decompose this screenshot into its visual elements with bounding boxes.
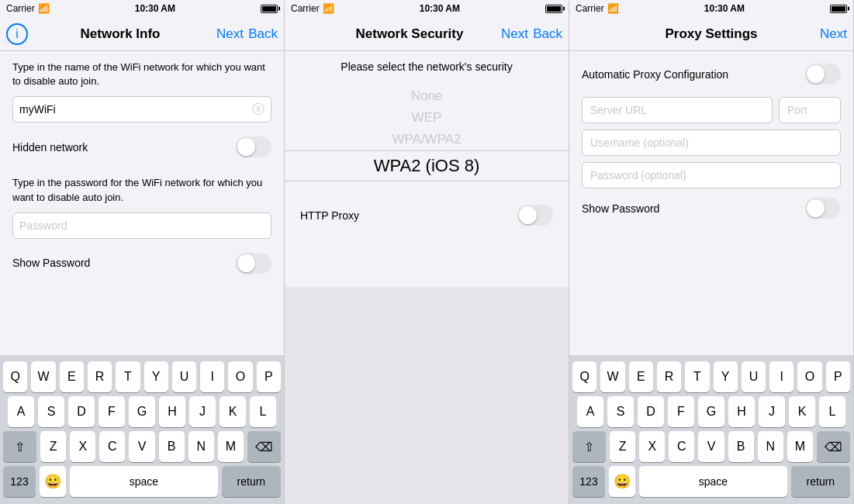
security-option-wpawpa2[interactable]: WPA/WPA2	[285, 129, 569, 150]
key-U[interactable]: U	[172, 361, 196, 392]
key-3-H[interactable]: H	[728, 396, 755, 427]
key-B[interactable]: B	[159, 431, 185, 462]
key-M[interactable]: M	[218, 431, 244, 462]
key-3-B[interactable]: B	[728, 431, 754, 462]
key-space[interactable]: space	[70, 466, 218, 497]
server-url-row	[582, 97, 841, 123]
back-btn-1[interactable]: Back	[247, 26, 278, 42]
key-I[interactable]: I	[200, 361, 224, 392]
key-Q[interactable]: Q	[3, 361, 27, 392]
auto-proxy-toggle[interactable]	[805, 64, 841, 85]
key-3-U[interactable]: U	[742, 361, 766, 392]
key-3-V[interactable]: V	[698, 431, 724, 462]
key-E[interactable]: E	[60, 361, 84, 392]
show-password-toggle-1[interactable]	[236, 253, 271, 274]
back-btn-2[interactable]: Back	[531, 26, 562, 42]
key-3-O[interactable]: O	[797, 361, 821, 392]
show-password-toggle-3[interactable]	[805, 198, 841, 219]
key-T[interactable]: T	[116, 361, 140, 392]
key-K[interactable]: K	[220, 396, 246, 427]
key-3-L[interactable]: L	[819, 396, 845, 427]
key-3-shift[interactable]: ⇧	[572, 431, 606, 462]
key-3-F[interactable]: F	[668, 396, 694, 427]
proxy-password-input[interactable]	[582, 162, 841, 188]
key-O[interactable]: O	[228, 361, 252, 392]
key-3-backspace[interactable]: ⌫	[817, 431, 850, 462]
key-S[interactable]: S	[38, 396, 64, 427]
key-G[interactable]: G	[129, 396, 155, 427]
security-option-wpa2[interactable]: WPA2 (iOS 8)	[285, 150, 569, 181]
key-L[interactable]: L	[250, 396, 276, 427]
nav-bar-3: Proxy Settings Next	[569, 17, 853, 51]
key-Z[interactable]: Z	[40, 431, 66, 462]
key-3-N[interactable]: N	[758, 431, 783, 462]
key-3-return[interactable]: return	[791, 466, 850, 497]
key-3-T[interactable]: T	[685, 361, 709, 392]
key-3-space[interactable]: space	[639, 466, 787, 497]
info-icon[interactable]: i	[6, 23, 28, 45]
key-3-num[interactable]: 123	[572, 466, 605, 497]
key-3-R[interactable]: R	[657, 361, 681, 392]
key-D[interactable]: D	[68, 396, 95, 427]
content-3: Automatic Proxy Configuration Show Passw…	[569, 51, 853, 355]
key-3-Y[interactable]: Y	[714, 361, 738, 392]
next-btn-3[interactable]: Next	[816, 26, 847, 42]
key-A[interactable]: A	[8, 396, 34, 427]
key-3-Z[interactable]: Z	[610, 431, 635, 462]
key-F[interactable]: F	[99, 396, 125, 427]
key-3-E[interactable]: E	[629, 361, 653, 392]
key-W[interactable]: W	[31, 361, 55, 392]
key-backspace[interactable]: ⌫	[247, 431, 281, 462]
key-num[interactable]: 123	[3, 466, 36, 497]
carrier-label-2: Carrier	[291, 3, 320, 14]
key-3-Q[interactable]: Q	[572, 361, 596, 392]
wifi-name-input[interactable]	[19, 103, 252, 116]
key-J[interactable]: J	[189, 396, 216, 427]
key-3-emoji[interactable]: 😀	[609, 466, 635, 497]
key-emoji[interactable]: 😀	[40, 466, 66, 497]
key-3-P[interactable]: P	[826, 361, 850, 392]
key-3-X[interactable]: X	[639, 431, 665, 462]
http-proxy-toggle[interactable]	[517, 205, 553, 226]
key-3-S[interactable]: S	[607, 396, 634, 427]
security-option-wep[interactable]: WEP	[285, 107, 569, 129]
wifi-name-input-row: ⓧ	[12, 96, 271, 123]
next-btn-2[interactable]: Next	[497, 26, 528, 42]
hidden-network-toggle[interactable]	[236, 136, 271, 157]
key-3-C[interactable]: C	[669, 431, 694, 462]
key-3-M[interactable]: M	[787, 431, 813, 462]
username-input[interactable]	[582, 129, 841, 156]
content-1: Type in the name of the WiFi network for…	[0, 51, 284, 355]
key-return[interactable]: return	[222, 466, 281, 497]
key-3-K[interactable]: K	[789, 396, 815, 427]
key-3-A[interactable]: A	[577, 396, 603, 427]
next-btn-1[interactable]: Next	[213, 26, 244, 42]
key-3-I[interactable]: I	[769, 361, 793, 392]
password-input[interactable]	[19, 219, 264, 232]
key-3-G[interactable]: G	[698, 396, 724, 427]
key-row-3: ⇧ Z X C V B N M ⌫	[3, 431, 281, 462]
clear-icon[interactable]: ⓧ	[252, 103, 264, 116]
key-3-D[interactable]: D	[638, 396, 664, 427]
key-C[interactable]: C	[99, 431, 125, 462]
key-R[interactable]: R	[88, 361, 112, 392]
desc-2: Type in the password for the WiFi networ…	[12, 176, 271, 204]
key-V[interactable]: V	[129, 431, 154, 462]
security-option-none[interactable]: None	[285, 85, 569, 107]
status-bar-3: Carrier 📶 10:30 AM	[569, 0, 853, 17]
key-X[interactable]: X	[70, 431, 95, 462]
keyboard-1: Q W E R T Y U I O P A S D F G H J K L ⇧ …	[0, 355, 284, 504]
key-3-J[interactable]: J	[759, 396, 785, 427]
server-url-input[interactable]	[582, 97, 773, 123]
battery-icon-2	[545, 5, 562, 13]
key-P[interactable]: P	[257, 361, 281, 392]
key-H[interactable]: H	[159, 396, 185, 427]
key-3-W[interactable]: W	[600, 361, 624, 392]
battery-icon-3	[830, 5, 847, 13]
port-input[interactable]	[779, 97, 841, 123]
key-N[interactable]: N	[188, 431, 214, 462]
key-row-3-2: A S D F G H J K L	[572, 396, 850, 427]
key-shift[interactable]: ⇧	[3, 431, 36, 462]
key-Y[interactable]: Y	[144, 361, 168, 392]
nav-title-2: Network Security	[322, 26, 497, 42]
